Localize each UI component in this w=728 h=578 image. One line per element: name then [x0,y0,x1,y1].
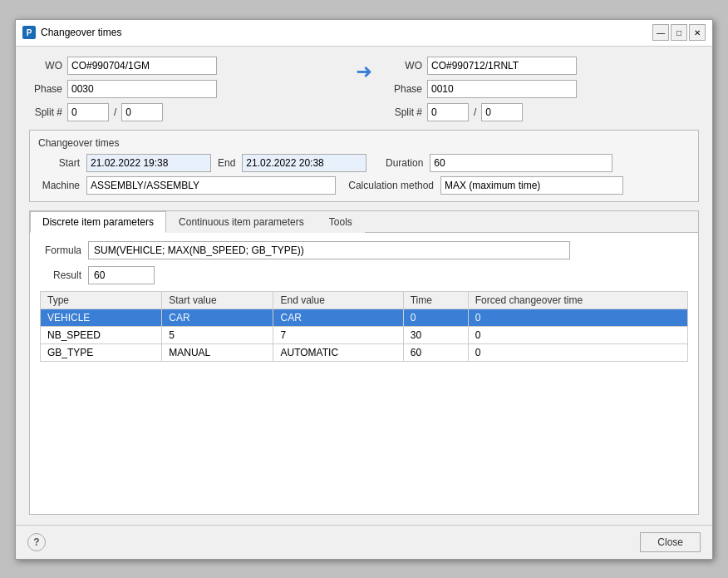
maximize-button[interactable]: □ [671,24,687,41]
result-input[interactable] [88,266,155,284]
changeover-section: Changeover times Start End Duration Mach… [29,130,699,202]
phase-right-label: Phase [389,83,422,95]
formula-label: Formula [40,245,81,256]
col-end-value: End value [273,291,403,309]
wo-right-row: WO [389,57,699,75]
split-left-row: Split # / [29,103,339,121]
tabs-header: Discrete item parameters Continuous item… [30,211,698,233]
table-cell: GB_TYPE [41,343,162,361]
split-left-val2[interactable] [121,103,163,121]
split-left-slash: / [114,106,116,118]
end-input[interactable] [242,154,366,172]
wo-left-label: WO [29,60,62,72]
table-cell: 0 [403,309,468,326]
start-input[interactable] [86,154,211,172]
help-button[interactable]: ? [27,533,46,551]
col-type: Type [41,291,162,309]
tab-continuous[interactable]: Continuous item parameters [166,211,317,233]
changeover-title: Changeover times [38,137,690,149]
split-left-label: Split # [29,106,62,118]
table-cell: 30 [403,326,468,343]
phase-left-input[interactable] [67,80,217,98]
title-bar: P Changeover times — □ ✕ [16,20,712,47]
table-cell: 5 [162,326,273,343]
phase-left-label: Phase [29,83,62,95]
start-label: Start [38,157,80,169]
machine-input[interactable] [86,176,336,195]
wo-right: WO Phase Split # / [389,57,699,121]
wo-left-row: WO [29,57,339,75]
split-right-val1[interactable] [427,103,469,121]
minimize-button[interactable]: — [652,24,669,41]
table-cell: NB_SPEED [41,326,162,343]
dialog-title: Changeover times [41,27,121,38]
title-bar-left: P Changeover times [22,26,121,39]
split-right-val2[interactable] [481,103,523,121]
table-cell: VEHICLE [41,309,162,326]
tab-discrete[interactable]: Discrete item parameters [30,211,166,233]
calc-label: Calculation method [342,180,434,191]
dialog-footer: ? Close [16,525,712,559]
duration-input[interactable] [430,154,612,172]
result-label: Result [40,269,81,281]
duration-label: Duration [373,157,423,169]
col-forced: Forced changeover time [468,291,687,309]
table-cell: CAR [162,309,273,326]
split-right-label: Split # [389,106,422,118]
machine-label: Machine [38,180,80,191]
table-cell: AUTOMATIC [273,343,403,361]
tab-tools[interactable]: Tools [317,211,365,233]
table-row[interactable]: NB_SPEED57300 [41,326,688,343]
wo-right-input[interactable] [427,57,577,75]
formula-input[interactable] [88,241,570,259]
start-end-row: Start End Duration [38,154,690,172]
split-left-val1[interactable] [67,103,109,121]
table-cell: 60 [403,343,468,361]
table-cell: 0 [468,309,687,326]
table-cell: 0 [468,326,687,343]
data-table: Type Start value End value Time Forced c… [40,291,688,362]
title-controls: — □ ✕ [652,24,706,41]
table-cell: MANUAL [162,343,273,361]
wo-left: WO Phase Split # / [29,57,339,121]
col-start-value: Start value [162,291,273,309]
table-cell: 7 [273,326,403,343]
dialog: P Changeover times — □ ✕ WO Phase [15,19,713,560]
table-row[interactable]: VEHICLECARCAR00 [41,309,688,326]
formula-row: Formula [40,241,688,259]
wo-section: WO Phase Split # / ➜ WO [29,57,699,121]
arrow-icon: ➜ [356,60,372,83]
close-dialog-button[interactable]: Close [640,532,701,552]
table-row[interactable]: GB_TYPEMANUALAUTOMATIC600 [41,343,688,361]
result-row: Result [40,266,688,284]
col-time: Time [403,291,468,309]
arrow-col: ➜ [339,57,389,83]
end-label: End [218,157,235,169]
tabs-section: Discrete item parameters Continuous item… [29,210,699,515]
wo-right-label: WO [389,60,422,72]
calc-input[interactable] [440,176,623,195]
table-cell: 0 [468,343,687,361]
changeover-rows: Start End Duration Machine Calculation m… [38,154,690,195]
app-icon: P [22,26,36,39]
table-cell: CAR [273,309,403,326]
phase-left-row: Phase [29,80,339,98]
tab-content-discrete: Formula Result Type Start value End valu… [30,233,698,514]
machine-row: Machine Calculation method [38,176,690,195]
phase-right-row: Phase [389,80,699,98]
dialog-content: WO Phase Split # / ➜ WO [16,47,712,525]
phase-right-input[interactable] [427,80,577,98]
wo-left-input[interactable] [67,57,217,75]
window-close-button[interactable]: ✕ [689,24,706,41]
split-right-slash: / [474,106,476,118]
split-right-row: Split # / [389,103,699,121]
